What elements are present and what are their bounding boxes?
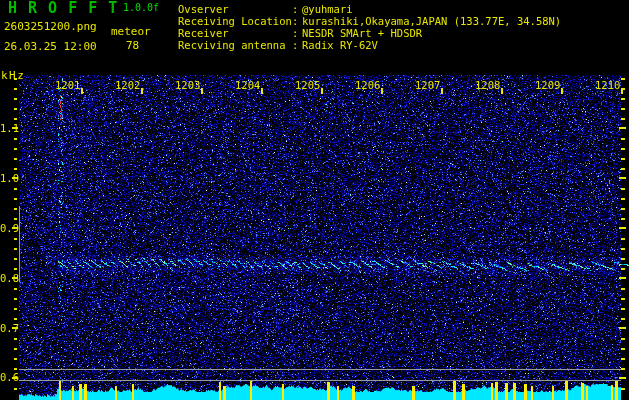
info-colon: :: [292, 27, 302, 39]
time-tick-label: 1204: [235, 79, 261, 91]
output-filename: 2603251200.png: [4, 21, 97, 33]
freq-tick-label: 1.1: [0, 122, 13, 134]
app-version: 1.0.0f: [123, 3, 159, 14]
info-value: NESDR SMArt + HDSDR: [302, 27, 422, 39]
hrofft-window: H R O F F T 1.0.0f 2603251200.png meteor…: [0, 0, 629, 400]
info-row-receiver: Receiver : NESDR SMArt + HDSDR: [178, 27, 561, 39]
meteor-count-label: meteor: [111, 26, 151, 38]
time-tick-label: 1205: [295, 79, 321, 91]
time-tick-label: 1210: [595, 79, 621, 91]
observation-datetime: 26.03.25 12:00: [4, 41, 97, 53]
info-value: Radix RY-62V: [302, 39, 378, 51]
time-tick-label: 1202: [115, 79, 141, 91]
info-row-antenna: Recviving antenna : Radix RY-62V: [178, 39, 561, 51]
freq-tick-label: 0.8: [0, 272, 13, 284]
info-value: @yuhmari: [302, 3, 353, 15]
freq-tick-label: 0.7: [0, 322, 13, 334]
info-value: kurashiki,Okayama,JAPAN (133.77E, 34.58N…: [302, 15, 561, 27]
freq-tick-label: 1.0: [0, 172, 13, 184]
time-tick-label: 1203: [175, 79, 201, 91]
spectrogram-canvas: [0, 0, 629, 400]
info-label: Receiver: [178, 27, 292, 39]
time-tick-label: 1209: [535, 79, 561, 91]
freq-axis-unit-label: kHz: [1, 70, 25, 82]
info-colon: :: [292, 3, 302, 15]
time-tick-label: 1206: [355, 79, 381, 91]
info-colon: :: [292, 15, 302, 27]
app-title: H R O F F T: [8, 1, 118, 17]
time-tick-label: 1207: [415, 79, 441, 91]
time-tick-label: 1201: [55, 79, 81, 91]
info-label: Receiving Location: [178, 15, 292, 27]
info-row-observer: Ovserver : @yuhmari: [178, 3, 561, 15]
info-colon: :: [292, 39, 302, 51]
info-row-location: Receiving Location : kurashiki,Okayama,J…: [178, 15, 561, 27]
station-info: Ovserver : @yuhmari Receiving Location :…: [178, 3, 561, 51]
freq-tick-label: 0.6: [0, 371, 13, 383]
time-tick-label: 1208: [475, 79, 501, 91]
freq-tick-label: 0.9: [0, 222, 13, 234]
info-label: Recviving antenna: [178, 39, 292, 51]
info-label: Ovserver: [178, 3, 292, 15]
meteor-count-value: 78: [126, 40, 139, 52]
